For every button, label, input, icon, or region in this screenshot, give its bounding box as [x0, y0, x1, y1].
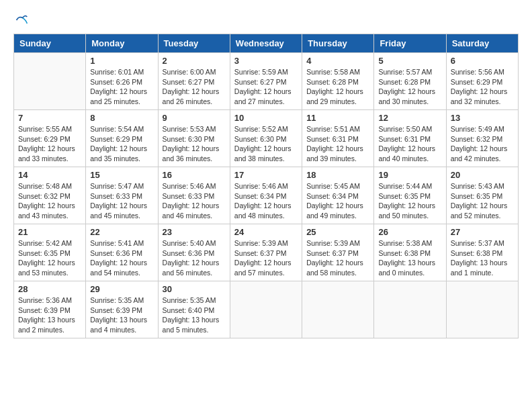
cell-day-info: Sunrise: 5:50 AM Sunset: 6:31 PM Dayligh…: [378, 124, 441, 164]
cell-day-number: 16: [163, 170, 226, 180]
calendar-week-row: 28Sunrise: 5:36 AM Sunset: 6:39 PM Dayli…: [14, 281, 519, 338]
calendar-cell: 12Sunrise: 5:50 AM Sunset: 6:31 PM Dayli…: [374, 110, 446, 167]
calendar-cell: 27Sunrise: 5:37 AM Sunset: 6:38 PM Dayli…: [446, 224, 518, 281]
cell-day-info: Sunrise: 5:56 AM Sunset: 6:29 PM Dayligh…: [451, 67, 514, 107]
calendar-cell: 19Sunrise: 5:44 AM Sunset: 6:35 PM Dayli…: [374, 167, 446, 224]
cell-day-number: 2: [163, 56, 226, 66]
cell-day-info: Sunrise: 6:00 AM Sunset: 6:27 PM Dayligh…: [163, 67, 226, 107]
calendar-cell: 25Sunrise: 5:39 AM Sunset: 6:37 PM Dayli…: [302, 224, 374, 281]
cell-day-number: 19: [378, 170, 441, 180]
calendar-body: 1Sunrise: 6:01 AM Sunset: 6:26 PM Daylig…: [14, 53, 519, 338]
cell-day-info: Sunrise: 5:47 AM Sunset: 6:33 PM Dayligh…: [90, 181, 153, 221]
logo: [13, 13, 28, 27]
calendar-day-header: Wednesday: [230, 34, 302, 53]
calendar-cell: 1Sunrise: 6:01 AM Sunset: 6:26 PM Daylig…: [86, 53, 158, 110]
cell-day-number: 1: [90, 56, 153, 66]
cell-day-number: 18: [306, 170, 369, 180]
calendar-cell: 4Sunrise: 5:58 AM Sunset: 6:28 PM Daylig…: [302, 53, 374, 110]
calendar-day-header: Thursday: [302, 34, 374, 53]
cell-day-info: Sunrise: 5:36 AM Sunset: 6:39 PM Dayligh…: [18, 295, 81, 335]
cell-day-number: 4: [306, 56, 369, 66]
cell-day-info: Sunrise: 5:43 AM Sunset: 6:35 PM Dayligh…: [451, 181, 514, 221]
cell-day-number: 8: [90, 113, 153, 123]
cell-day-info: Sunrise: 5:42 AM Sunset: 6:35 PM Dayligh…: [18, 238, 81, 278]
cell-day-info: Sunrise: 5:52 AM Sunset: 6:30 PM Dayligh…: [234, 124, 298, 164]
calendar-week-row: 14Sunrise: 5:48 AM Sunset: 6:32 PM Dayli…: [14, 167, 519, 224]
cell-day-info: Sunrise: 5:49 AM Sunset: 6:32 PM Dayligh…: [451, 124, 514, 164]
cell-day-number: 3: [234, 56, 298, 66]
cell-day-number: 12: [378, 113, 441, 123]
calendar-cell: 10Sunrise: 5:52 AM Sunset: 6:30 PM Dayli…: [230, 110, 302, 167]
cell-day-info: Sunrise: 5:58 AM Sunset: 6:28 PM Dayligh…: [306, 67, 369, 107]
calendar-cell: [14, 53, 86, 110]
cell-day-number: 11: [306, 113, 369, 123]
calendar-cell: 9Sunrise: 5:53 AM Sunset: 6:30 PM Daylig…: [158, 110, 230, 167]
calendar-cell: 23Sunrise: 5:40 AM Sunset: 6:36 PM Dayli…: [158, 224, 230, 281]
page-header: [13, 13, 519, 27]
cell-day-number: 28: [18, 284, 81, 294]
cell-day-info: Sunrise: 5:45 AM Sunset: 6:34 PM Dayligh…: [306, 181, 369, 221]
calendar-cell: 15Sunrise: 5:47 AM Sunset: 6:33 PM Dayli…: [86, 167, 158, 224]
calendar-cell: [446, 281, 518, 338]
cell-day-number: 9: [163, 113, 226, 123]
cell-day-number: 21: [18, 227, 81, 237]
calendar-cell: 5Sunrise: 5:57 AM Sunset: 6:28 PM Daylig…: [374, 53, 446, 110]
calendar-week-row: 21Sunrise: 5:42 AM Sunset: 6:35 PM Dayli…: [14, 224, 519, 281]
calendar-cell: 7Sunrise: 5:55 AM Sunset: 6:29 PM Daylig…: [14, 110, 86, 167]
cell-day-number: 6: [451, 56, 514, 66]
calendar-cell: [302, 281, 374, 338]
cell-day-info: Sunrise: 5:55 AM Sunset: 6:29 PM Dayligh…: [18, 124, 81, 164]
cell-day-info: Sunrise: 5:46 AM Sunset: 6:34 PM Dayligh…: [234, 181, 298, 221]
cell-day-info: Sunrise: 5:35 AM Sunset: 6:39 PM Dayligh…: [90, 295, 153, 335]
calendar-day-header: Saturday: [446, 34, 518, 53]
cell-day-info: Sunrise: 5:39 AM Sunset: 6:37 PM Dayligh…: [234, 238, 298, 278]
cell-day-number: 10: [234, 113, 298, 123]
cell-day-number: 5: [378, 56, 441, 66]
calendar-cell: 22Sunrise: 5:41 AM Sunset: 6:36 PM Dayli…: [86, 224, 158, 281]
calendar-cell: 17Sunrise: 5:46 AM Sunset: 6:34 PM Dayli…: [230, 167, 302, 224]
calendar-cell: 29Sunrise: 5:35 AM Sunset: 6:39 PM Dayli…: [86, 281, 158, 338]
cell-day-number: 15: [90, 170, 153, 180]
calendar-cell: [230, 281, 302, 338]
cell-day-info: Sunrise: 5:59 AM Sunset: 6:27 PM Dayligh…: [234, 67, 298, 107]
cell-day-info: Sunrise: 5:57 AM Sunset: 6:28 PM Dayligh…: [378, 67, 441, 107]
calendar-cell: 20Sunrise: 5:43 AM Sunset: 6:35 PM Dayli…: [446, 167, 518, 224]
calendar-cell: 14Sunrise: 5:48 AM Sunset: 6:32 PM Dayli…: [14, 167, 86, 224]
calendar-cell: 6Sunrise: 5:56 AM Sunset: 6:29 PM Daylig…: [446, 53, 518, 110]
cell-day-number: 14: [18, 170, 81, 180]
calendar-cell: [374, 281, 446, 338]
logo-icon: [15, 13, 28, 27]
cell-day-number: 20: [451, 170, 514, 180]
calendar-cell: 21Sunrise: 5:42 AM Sunset: 6:35 PM Dayli…: [14, 224, 86, 281]
cell-day-number: 30: [163, 284, 226, 294]
cell-day-number: 24: [234, 227, 298, 237]
calendar-cell: 2Sunrise: 6:00 AM Sunset: 6:27 PM Daylig…: [158, 53, 230, 110]
calendar-day-header: Friday: [374, 34, 446, 53]
cell-day-info: Sunrise: 5:54 AM Sunset: 6:29 PM Dayligh…: [90, 124, 153, 164]
cell-day-info: Sunrise: 5:46 AM Sunset: 6:33 PM Dayligh…: [163, 181, 226, 221]
cell-day-info: Sunrise: 5:35 AM Sunset: 6:40 PM Dayligh…: [163, 295, 226, 335]
calendar-cell: 16Sunrise: 5:46 AM Sunset: 6:33 PM Dayli…: [158, 167, 230, 224]
cell-day-info: Sunrise: 5:39 AM Sunset: 6:37 PM Dayligh…: [306, 238, 369, 278]
cell-day-info: Sunrise: 5:48 AM Sunset: 6:32 PM Dayligh…: [18, 181, 81, 221]
cell-day-number: 13: [451, 113, 514, 123]
calendar-cell: 28Sunrise: 5:36 AM Sunset: 6:39 PM Dayli…: [14, 281, 86, 338]
calendar-cell: 8Sunrise: 5:54 AM Sunset: 6:29 PM Daylig…: [86, 110, 158, 167]
calendar-table: SundayMondayTuesdayWednesdayThursdayFrid…: [13, 34, 519, 338]
cell-day-number: 17: [234, 170, 298, 180]
cell-day-number: 26: [378, 227, 441, 237]
calendar-cell: 13Sunrise: 5:49 AM Sunset: 6:32 PM Dayli…: [446, 110, 518, 167]
cell-day-number: 29: [90, 284, 153, 294]
calendar-week-row: 7Sunrise: 5:55 AM Sunset: 6:29 PM Daylig…: [14, 110, 519, 167]
cell-day-number: 23: [163, 227, 226, 237]
calendar-day-header: Sunday: [14, 34, 86, 53]
cell-day-info: Sunrise: 6:01 AM Sunset: 6:26 PM Dayligh…: [90, 67, 153, 107]
cell-day-info: Sunrise: 5:37 AM Sunset: 6:38 PM Dayligh…: [451, 238, 514, 278]
cell-day-info: Sunrise: 5:44 AM Sunset: 6:35 PM Dayligh…: [378, 181, 441, 221]
calendar-day-header: Monday: [86, 34, 158, 53]
cell-day-info: Sunrise: 5:53 AM Sunset: 6:30 PM Dayligh…: [163, 124, 226, 164]
calendar-header-row: SundayMondayTuesdayWednesdayThursdayFrid…: [14, 34, 519, 53]
cell-day-info: Sunrise: 5:40 AM Sunset: 6:36 PM Dayligh…: [163, 238, 226, 278]
cell-day-info: Sunrise: 5:38 AM Sunset: 6:38 PM Dayligh…: [378, 238, 441, 278]
cell-day-info: Sunrise: 5:51 AM Sunset: 6:31 PM Dayligh…: [306, 124, 369, 164]
